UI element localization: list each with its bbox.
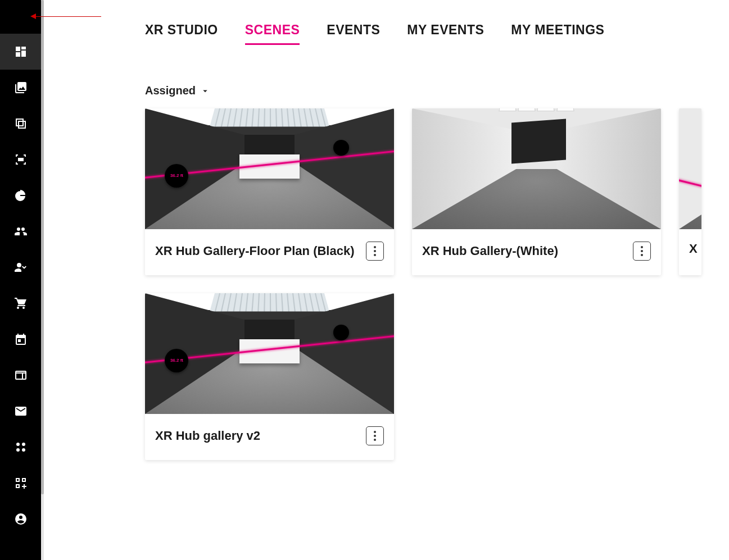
qr-add-icon xyxy=(14,476,28,490)
scene-card-grid: 36.2 ft XR Hub Gallery-Floor Plan (Black… xyxy=(145,108,729,460)
scene-menu-button[interactable] xyxy=(366,426,384,445)
sidebar-item-account[interactable] xyxy=(0,501,41,537)
sidebar-item-layers[interactable] xyxy=(0,106,41,142)
scene-title: X xyxy=(689,242,698,256)
tab-events[interactable]: EVENTS xyxy=(327,22,380,45)
images-icon xyxy=(14,81,28,94)
chevron-right-icon xyxy=(0,0,41,38)
sidebar-item-calendar[interactable] xyxy=(0,321,41,357)
account-icon xyxy=(14,512,28,526)
web-icon xyxy=(14,368,28,382)
scene-title: XR Hub gallery v2 xyxy=(155,429,260,443)
sidebar-item-user-check[interactable] xyxy=(0,249,41,285)
filter-dropdown[interactable]: Assigned xyxy=(145,84,210,97)
sidebar-item-cart[interactable] xyxy=(0,285,41,321)
sidebar-item-dashboard[interactable] xyxy=(0,34,41,70)
sidebar-item-images[interactable] xyxy=(0,70,41,106)
svg-point-3 xyxy=(22,448,25,452)
sidebar xyxy=(0,0,44,560)
svg-point-6 xyxy=(374,254,376,256)
more-vert-icon xyxy=(374,431,376,441)
sidebar-expand-button[interactable] xyxy=(0,0,41,34)
scan-icon xyxy=(14,153,28,166)
scene-card-partial[interactable]: X xyxy=(679,108,701,275)
svg-point-5 xyxy=(374,250,376,252)
scene-thumbnail xyxy=(679,108,701,229)
cart-icon xyxy=(14,297,28,310)
pie-chart-icon xyxy=(14,189,28,202)
scene-title: XR Hub Gallery-(White) xyxy=(422,244,558,258)
sidebar-item-mail[interactable] xyxy=(0,393,41,429)
apps-grid-icon xyxy=(14,440,28,454)
calendar-icon xyxy=(14,333,28,346)
svg-point-7 xyxy=(641,246,643,248)
sidebar-item-apps[interactable] xyxy=(0,429,41,465)
scene-card[interactable]: 36.2 ft XR Hub Gallery-Floor Plan (Black… xyxy=(145,108,394,275)
svg-point-10 xyxy=(374,431,376,433)
sidebar-item-web[interactable] xyxy=(0,357,41,393)
chevron-down-icon xyxy=(200,86,210,96)
more-vert-icon xyxy=(641,246,643,256)
mail-icon xyxy=(14,404,28,418)
svg-point-4 xyxy=(374,246,376,248)
tab-xr-studio[interactable]: XR STUDIO xyxy=(145,22,218,45)
people-icon xyxy=(14,225,28,238)
sidebar-item-analytics[interactable] xyxy=(0,177,41,213)
scene-title: XR Hub Gallery-Floor Plan (Black) xyxy=(155,244,355,258)
svg-point-2 xyxy=(16,448,20,452)
sidebar-item-users[interactable] xyxy=(0,213,41,249)
svg-point-9 xyxy=(641,254,643,256)
scene-thumbnail: 36.2 ft xyxy=(145,108,394,229)
sidebar-item-qr[interactable] xyxy=(0,465,41,501)
svg-point-8 xyxy=(641,250,643,252)
scene-thumbnail: 36.2 ft xyxy=(145,293,394,414)
scene-card[interactable]: 36.2 ft XR Hub gallery v2 xyxy=(145,293,394,460)
svg-point-1 xyxy=(22,443,25,446)
sidebar-item-scan[interactable] xyxy=(0,142,41,177)
layers-icon xyxy=(14,117,28,130)
top-tabs: XR STUDIO SCENES EVENTS MY EVENTS MY MEE… xyxy=(145,22,729,45)
person-check-icon xyxy=(14,261,28,274)
svg-point-11 xyxy=(374,435,376,437)
svg-point-12 xyxy=(374,439,376,441)
more-vert-icon xyxy=(374,246,376,256)
scene-card[interactable]: XR Hub Gallery-(White) xyxy=(412,108,661,275)
dashboard-icon xyxy=(14,45,28,58)
main-content: XR STUDIO SCENES EVENTS MY EVENTS MY MEE… xyxy=(44,0,729,560)
tab-my-meetings[interactable]: MY MEETINGS xyxy=(511,22,604,45)
scene-menu-button[interactable] xyxy=(366,242,384,261)
tab-scenes[interactable]: SCENES xyxy=(245,22,300,45)
svg-point-0 xyxy=(16,443,20,446)
scene-menu-button[interactable] xyxy=(633,242,651,261)
filter-label: Assigned xyxy=(145,84,196,97)
scene-thumbnail xyxy=(412,108,661,229)
tab-my-events[interactable]: MY EVENTS xyxy=(407,22,484,45)
